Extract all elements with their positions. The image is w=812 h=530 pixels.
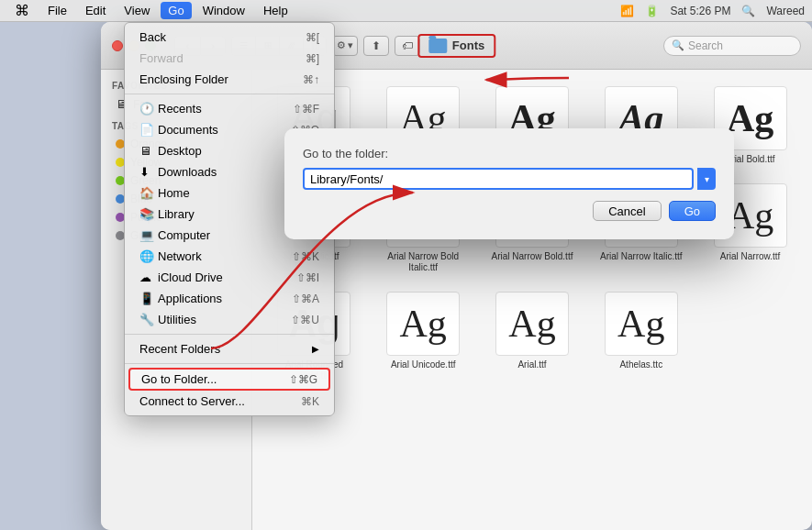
recents-label: Recents — [158, 102, 202, 116]
font-item-arialunicode[interactable]: Ag Arial Unicode.ttf — [373, 286, 474, 387]
utilities-label: Utilities — [158, 313, 196, 326]
network-icon: 🌐 — [139, 249, 154, 263]
font-preview-athelas: Ag — [605, 292, 678, 356]
downloads-label: Downloads — [158, 165, 217, 179]
font-name-arial: Arial.ttf — [517, 359, 546, 370]
menubar: ⌘ File Edit View Go Window Help 📶 🔋 Sat … — [0, 0, 812, 22]
library-icon: 📚 — [139, 207, 154, 221]
goto-dialog-buttons: Cancel Go — [303, 201, 716, 221]
menu-goto-folder[interactable]: Go to Folder... ⇧⌘G — [128, 368, 330, 391]
user-name: Wareed — [766, 5, 805, 17]
clock: Sat 5:26 PM — [670, 5, 730, 17]
menu-enclosing-folder[interactable]: Enclosing Folder ⌘↑ — [125, 69, 334, 90]
menu-edit[interactable]: Edit — [78, 2, 113, 19]
menu-window[interactable]: Window — [195, 2, 252, 19]
menu-network[interactable]: 🌐 Network ⇧⌘K — [125, 246, 334, 267]
library-label: Library — [158, 207, 195, 221]
window-title-area: Fonts — [417, 34, 495, 58]
back-shortcut: ⌘[ — [306, 31, 319, 44]
search-box[interactable]: 🔍 Search — [663, 36, 801, 56]
menu-help[interactable]: Help — [256, 2, 295, 19]
recent-folders-label: Recent Folders — [139, 342, 220, 356]
goto-go-button[interactable]: Go — [669, 201, 716, 221]
menu-back[interactable]: Back ⌘[ — [125, 27, 334, 48]
font-name-arialnarrowbolditalic: Arial Narrow Bold Italic.ttf — [382, 251, 464, 273]
wifi-icon: 📶 — [620, 5, 634, 17]
font-name-arialnarrowbold: Arial Narrow Bold.ttf — [492, 251, 573, 262]
goto-input-wrapper: ▾ — [303, 168, 716, 190]
icloud-icon: ☁ — [139, 271, 154, 284]
spotlight-icon[interactable]: 🔍 — [741, 5, 755, 17]
sep2 — [125, 334, 334, 335]
menu-icloud[interactable]: ☁ iCloud Drive ⇧⌘I — [125, 267, 334, 288]
enclosing-label: Enclosing Folder — [139, 72, 228, 86]
menubar-left: ⌘ File Edit View Go Window Help — [7, 2, 295, 19]
sep1 — [125, 94, 334, 94]
goto-folder-label: Go to Folder... — [141, 372, 217, 386]
tag-button[interactable]: 🏷 — [395, 36, 420, 56]
menu-applications[interactable]: 📱 Applications ⇧⌘A — [125, 288, 334, 309]
font-preview-arial: Ag — [495, 292, 569, 356]
menu-connect-server[interactable]: Connect to Server... ⌘K — [125, 391, 334, 412]
goto-cancel-button[interactable]: Cancel — [593, 201, 661, 221]
icloud-label: iCloud Drive — [158, 271, 223, 284]
font-name-arialunicode: Arial Unicode.ttf — [391, 359, 456, 370]
menu-recents[interactable]: 🕐 Recents ⇧⌘F — [125, 98, 334, 119]
apple-menu[interactable]: ⌘ — [7, 2, 37, 19]
menubar-right: 📶 🔋 Sat 5:26 PM 🔍 Wareed — [620, 5, 805, 17]
icloud-shortcut: ⇧⌘I — [296, 271, 319, 284]
folder-icon — [428, 39, 447, 53]
menu-forward[interactable]: Forward ⌘] — [125, 48, 334, 69]
battery-icon: 🔋 — [645, 5, 659, 17]
action-gear-button[interactable]: ⚙ ▾ — [332, 36, 358, 56]
share-button[interactable]: ⬆ — [363, 36, 389, 56]
menu-recent-folders[interactable]: Recent Folders ▶ — [125, 338, 334, 359]
menu-file[interactable]: File — [40, 2, 74, 19]
gear-chevron: ▾ — [348, 39, 353, 51]
documents-label: Documents — [158, 123, 218, 137]
applications-icon: 📱 — [139, 292, 154, 305]
back-label: Back — [139, 30, 166, 44]
documents-icon: 📄 — [139, 123, 154, 137]
gear-icon: ⚙ — [337, 39, 346, 51]
close-button[interactable] — [112, 40, 123, 51]
utilities-icon: 🔧 — [139, 313, 154, 326]
downloads-icon: ⬇ — [139, 165, 154, 179]
connect-server-shortcut: ⌘K — [301, 395, 319, 408]
forward-shortcut: ⌘] — [306, 52, 319, 65]
recent-folders-arrow: ▶ — [312, 344, 319, 354]
goto-dialog-title: Go to the folder: — [303, 147, 716, 160]
goto-folder-shortcut: ⇧⌘G — [289, 373, 317, 386]
menu-go[interactable]: Go — [161, 2, 191, 19]
recents-shortcut: ⇧⌘F — [293, 103, 319, 116]
applications-label: Applications — [158, 292, 222, 305]
goto-folder-input[interactable] — [303, 168, 694, 190]
recents-icon: 🕐 — [139, 102, 154, 116]
home-icon: 🏠 — [139, 186, 154, 200]
desktop-label: Desktop — [158, 144, 202, 158]
font-item-athelas[interactable]: Ag Athelas.ttc — [590, 286, 692, 387]
search-icon: 🔍 — [672, 39, 684, 51]
font-name-arialnarrowitalic: Arial Narrow Italic.ttf — [600, 251, 682, 262]
applications-shortcut: ⇧⌘A — [292, 293, 319, 305]
menu-view[interactable]: View — [117, 2, 157, 19]
desktop-icon: 🖥 — [139, 144, 154, 158]
search-placeholder: Search — [688, 39, 723, 52]
font-name-athelas: Athelas.ttc — [619, 359, 662, 370]
network-label: Network — [158, 249, 202, 263]
network-shortcut: ⇧⌘K — [292, 250, 319, 263]
font-item-arial[interactable]: Ag Arial.ttf — [482, 286, 584, 387]
home-label: Home — [158, 186, 190, 200]
forward-label: Forward — [139, 51, 184, 65]
utilities-shortcut: ⇧⌘U — [291, 314, 319, 326]
goto-dropdown-button[interactable]: ▾ — [697, 168, 716, 190]
menu-utilities[interactable]: 🔧 Utilities ⇧⌘U — [125, 309, 334, 330]
connect-server-label: Connect to Server... — [139, 394, 245, 408]
font-name-arialnarrow: Arial Narrow.ttf — [720, 251, 781, 262]
enclosing-shortcut: ⌘↑ — [303, 73, 319, 86]
sep3 — [125, 363, 334, 364]
font-preview-arialunicode: Ag — [386, 292, 460, 356]
computer-label: Computer — [158, 228, 210, 242]
computer-icon: 💻 — [139, 228, 154, 242]
window-title: Fonts — [452, 39, 484, 52]
